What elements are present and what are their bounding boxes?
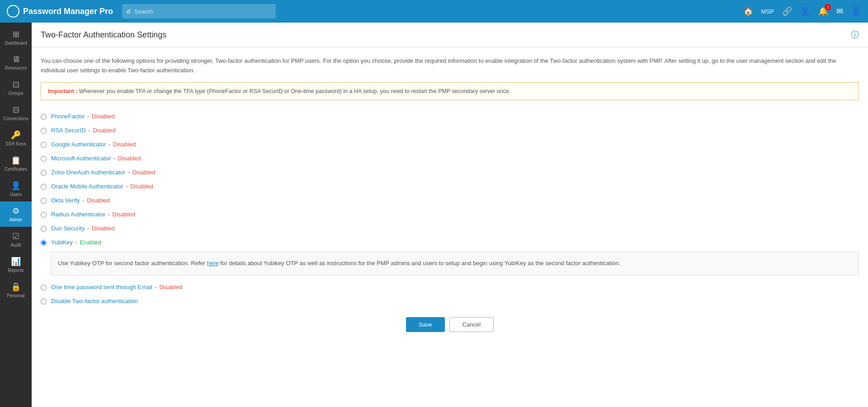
content-area: You can choose one of the following opti… xyxy=(32,47,868,407)
radio-oracle-mobile[interactable] xyxy=(41,184,47,190)
option-status-rsa-securid: Disabled xyxy=(93,127,116,134)
option-item-radius-auth: Radius Authenticator - Disabled xyxy=(41,207,859,221)
radio-rsa-securid[interactable] xyxy=(41,128,47,134)
option-status-radius-auth: Disabled xyxy=(113,211,136,218)
radio-google-auth[interactable] xyxy=(41,142,47,148)
separator-oracle-mobile: - xyxy=(126,183,127,190)
sidebar-item-certificates[interactable]: 📋Certificates xyxy=(0,151,32,176)
yubikey-here-link[interactable]: here xyxy=(207,260,219,267)
layout: ⊞Dashboard🖥Resources⊡Groups⊟Connections🔑… xyxy=(0,23,868,407)
key-icon[interactable]: 🔗 xyxy=(782,6,792,16)
page-title: Two-Factor Authentication Settings xyxy=(41,30,166,40)
option-item-yubikey: YubiKey - Enabled xyxy=(41,235,859,249)
sidebar-item-resources[interactable]: 🖥Resources xyxy=(0,50,32,75)
radio-disable-tfa[interactable] xyxy=(41,299,47,304)
logo-icon xyxy=(7,5,19,18)
sidebar-label-resources: Resources xyxy=(5,65,27,70)
sidebar-label-audit: Audit xyxy=(11,243,21,248)
sidebar-label-reports: Reports xyxy=(8,268,24,273)
search-bar[interactable]: ☌ xyxy=(122,4,276,19)
option-name-okta-verify: Okta Verify xyxy=(51,197,80,204)
sidebar-icon-resources: 🖥 xyxy=(12,55,20,64)
logo-text: Password Manager Pro xyxy=(23,7,113,16)
option-status-google-auth: Disabled xyxy=(113,141,136,148)
option-label-okta-verify: Okta Verify - Disabled xyxy=(51,197,110,204)
sidebar-item-admin[interactable]: ⚙Admin xyxy=(0,201,32,227)
sidebar-item-connections[interactable]: ⊟Connections xyxy=(0,100,32,126)
sidebar-item-ssh-keys[interactable]: 🔑SSH Keys xyxy=(0,126,32,151)
sidebar-icon-connections: ⊟ xyxy=(13,105,19,115)
yubikey-detail: Use Yubikey OTP for second factor authen… xyxy=(51,252,859,276)
page-description: You can choose one of the following opti… xyxy=(41,56,859,75)
sidebar-label-ssh-keys: SSH Keys xyxy=(5,141,26,146)
warning-text: Whenever you enable TFA or change the TF… xyxy=(79,88,511,94)
option-label-oracle-mobile: Oracle Mobile Authenticator - Disabled xyxy=(51,183,153,190)
logo: Password Manager Pro xyxy=(0,5,122,18)
home-icon[interactable]: 🏠 xyxy=(743,6,753,16)
save-button[interactable]: Save xyxy=(406,317,445,332)
option-name-google-auth: Google Authenticator xyxy=(51,141,106,148)
sidebar-icon-audit: ☑ xyxy=(12,231,19,241)
yubikey-detail-text: Use Yubikey OTP for second factor authen… xyxy=(58,260,207,267)
options-list: PhoneFactor - DisabledRSA SecurID - Disa… xyxy=(41,109,859,308)
sidebar-item-groups[interactable]: ⊡Groups xyxy=(0,75,32,100)
page-header: Two-Factor Authentication Settings ⓘ xyxy=(32,23,868,47)
option-status-oracle-mobile: Disabled xyxy=(130,183,153,190)
sidebar-item-audit[interactable]: ☑Audit xyxy=(0,227,32,252)
separator-duo-security: - xyxy=(87,225,89,232)
option-status-phonefactor: Disabled xyxy=(92,113,115,120)
radio-yubikey[interactable] xyxy=(41,240,47,246)
separator-otp-email: - xyxy=(155,284,157,290)
sidebar-icon-reports: 📊 xyxy=(11,257,21,267)
separator-okta-verify: - xyxy=(82,197,84,204)
action-buttons: Save Cancel xyxy=(41,308,859,337)
option-label-disable-tfa: Disable Two-factor authentication xyxy=(51,298,138,304)
option-item-otp-email: One time password sent through Email - D… xyxy=(41,280,859,294)
search-icon: ☌ xyxy=(127,8,131,15)
radio-zoho-oneauth[interactable] xyxy=(41,170,47,176)
user-plus-icon[interactable]: 👤 xyxy=(800,6,810,16)
option-name-rsa-securid: RSA SecurID xyxy=(51,127,86,134)
cancel-button[interactable]: Cancel xyxy=(449,317,494,332)
notification-badge: 1 xyxy=(825,4,831,10)
sidebar-item-personal[interactable]: 🔒Personal xyxy=(0,277,32,303)
option-name-phonefactor: PhoneFactor xyxy=(51,113,85,120)
option-name-disable-tfa: Disable Two-factor authentication xyxy=(51,298,138,304)
sidebar-label-groups: Groups xyxy=(9,91,24,96)
sidebar-icon-ssh-keys: 🔑 xyxy=(11,130,21,140)
radio-phonefactor[interactable] xyxy=(41,114,47,120)
sidebar-item-reports[interactable]: 📊Reports xyxy=(0,252,32,277)
option-label-yubikey: YubiKey - Enabled xyxy=(51,239,101,246)
sidebar-label-admin: Admin xyxy=(9,217,22,222)
separator-zoho-oneauth: - xyxy=(128,169,130,176)
sidebar-icon-dashboard: ⊞ xyxy=(13,29,19,39)
separator-google-auth: - xyxy=(108,141,110,148)
help-icon[interactable]: ⓘ xyxy=(851,29,859,40)
option-item-okta-verify: Okta Verify - Disabled xyxy=(41,193,859,207)
sidebar-icon-personal: 🔒 xyxy=(11,282,21,292)
sidebar-item-users[interactable]: 👤Users xyxy=(0,176,32,201)
sidebar-item-dashboard[interactable]: ⊞Dashboard xyxy=(0,25,32,50)
option-status-zoho-oneauth: Disabled xyxy=(132,169,156,176)
option-status-yubikey: Enabled xyxy=(80,239,101,246)
msp-label[interactable]: MSP xyxy=(761,8,774,15)
sidebar-label-dashboard: Dashboard xyxy=(5,41,27,46)
warning-box: Important : Whenever you enable TFA or c… xyxy=(41,82,859,101)
option-name-yubikey: YubiKey xyxy=(51,239,73,246)
search-input[interactable] xyxy=(134,8,271,15)
mail-icon[interactable]: ✉ xyxy=(836,6,843,16)
radio-radius-auth[interactable] xyxy=(41,212,47,218)
radio-okta-verify[interactable] xyxy=(41,198,47,204)
warning-label: Important : xyxy=(48,88,77,94)
radio-duo-security[interactable] xyxy=(41,226,47,232)
radio-microsoft-auth[interactable] xyxy=(41,156,47,162)
notification-icon[interactable]: 🔔 1 xyxy=(818,6,828,16)
sidebar-label-certificates: Certificates xyxy=(5,167,27,172)
option-item-disable-tfa: Disable Two-factor authentication xyxy=(41,294,859,308)
option-name-microsoft-auth: Microsoft Authenticator xyxy=(51,155,111,162)
yubikey-detail-suffix: for details about Yubikey OTP as well as… xyxy=(219,260,621,267)
profile-icon[interactable]: 👤 xyxy=(851,6,861,16)
option-item-rsa-securid: RSA SecurID - Disabled xyxy=(41,123,859,137)
radio-otp-email[interactable] xyxy=(41,285,47,290)
header-right: 🏠 MSP 🔗 👤 🔔 1 ✉ 👤 xyxy=(743,6,868,16)
